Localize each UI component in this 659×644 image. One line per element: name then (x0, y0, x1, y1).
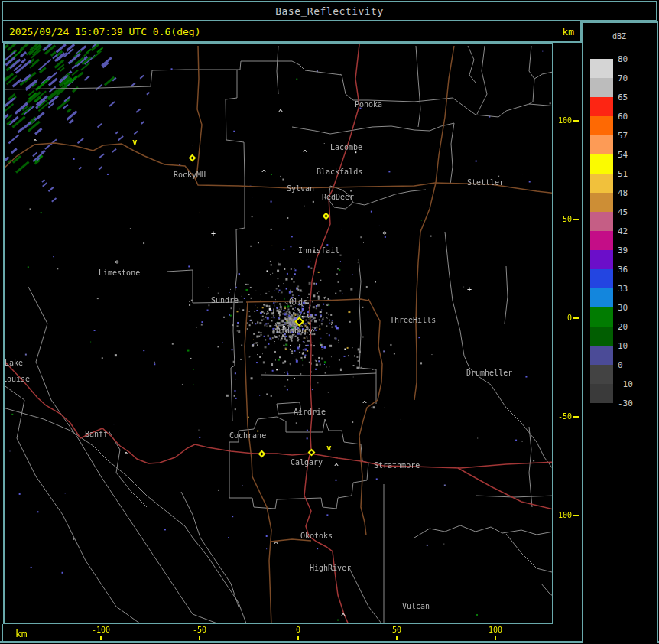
city-label-calgary: Calgary (291, 459, 323, 467)
city-label-drumheller: Drumheller (466, 369, 512, 377)
city-label-strathmore: Strathmore (374, 462, 420, 470)
city-label-threehills: ThreeHills (390, 317, 436, 324)
map-symbol-plus-icon: + (271, 308, 276, 314)
legend-swatch (590, 231, 613, 250)
bottom-axis-tick-label: 50 (392, 626, 401, 634)
right-axis-tick (573, 317, 579, 319)
right-axis-tick (573, 219, 579, 220)
scan-timestamp: 2025/09/24 15:07:39 UTC 0.6(deg) (9, 26, 200, 37)
right-axis-tick-label: -100 (553, 512, 572, 519)
right-axis-tick (573, 120, 579, 122)
window-title: Base_Reflectivity (275, 5, 384, 17)
city-label-reddeer: RedDeer (322, 194, 354, 201)
city-label-airdrie: Airdrie (294, 408, 326, 416)
title-bar: Base_Reflectivity (2, 1, 657, 21)
city-label-highriver: HighRiver (310, 564, 351, 572)
legend-swatch (590, 78, 613, 97)
city-label-lacombe: Lacombe (330, 144, 362, 151)
legend-tick-label: 51 (618, 170, 628, 178)
bottom-axis-tick-label: 0 (296, 626, 300, 634)
map-symbol-caret-icon: ^ (124, 453, 128, 459)
legend-tick-label: -10 (618, 380, 633, 389)
bottom-axis-tick (297, 636, 299, 640)
legend-swatch (590, 384, 613, 403)
legend-tick-label: 39 (618, 246, 628, 255)
radar-map-viewport[interactable]: PonokaLacombeBlackfaldsSylvanRedDeerStet… (5, 44, 552, 623)
legend-tick-label: 48 (618, 189, 628, 197)
right-axis-tick (573, 416, 579, 418)
bottom-axis-tick (396, 636, 398, 640)
legend-swatch (590, 59, 613, 78)
legend-tick-label: 57 (618, 132, 628, 140)
legend-tick-label: 0 (618, 361, 623, 369)
city-label-limestone: Limestone (99, 269, 140, 277)
city-label-innisfail: Innisfail (298, 247, 339, 255)
bottom-axis-tick (100, 636, 102, 640)
city-label-rockymh: RockyMH (174, 171, 206, 179)
right-axis-tick-label: -50 (558, 413, 572, 421)
map-symbol-caret-icon: ^ (303, 151, 307, 157)
map-symbol-caret-icon: ^ (278, 110, 283, 116)
city-label-okotoks: Okotoks (300, 532, 333, 540)
legend-title: dBZ (612, 32, 626, 41)
legend-tick-label: 80 (618, 55, 628, 63)
legend-swatch (590, 307, 613, 327)
legend-tick-label: 45 (618, 208, 628, 216)
city-label-louise: Louise (3, 376, 30, 383)
map-symbol-asterisk-icon: * (115, 261, 119, 267)
city-label-stettler: Stettler (467, 179, 504, 187)
right-axis-unit-label: km (562, 26, 574, 37)
city-label-banff: Banff (85, 431, 108, 438)
map-symbol-caret-icon: ^ (33, 140, 37, 146)
legend-swatch (590, 174, 613, 193)
radar-application: { "window": { "title": "Base_Reflectivit… (0, 0, 659, 644)
right-axis-tick-label: 0 (567, 314, 572, 322)
city-label-blackfalds: Blackfalds (317, 168, 362, 176)
legend-swatch (590, 288, 613, 307)
city-label-lake: Lake (5, 359, 23, 367)
bottom-axis-tick-label: 100 (489, 626, 502, 634)
city-label-sundre: Sundre (211, 297, 239, 304)
legend-tick-label: 54 (618, 151, 628, 159)
map-symbol-plus-icon: + (467, 287, 472, 293)
info-bar: 2025/09/24 15:07:39 UTC 0.6(deg) km (2, 21, 582, 43)
map-symbol-caret-icon: ^ (334, 464, 339, 470)
right-axis-tick (573, 515, 579, 516)
map-symbol-caret-icon: ^ (274, 542, 278, 548)
wind-arrow-icon: v (326, 445, 332, 451)
city-label-didsbury: Didsbury (276, 327, 313, 335)
legend-swatch (590, 135, 613, 154)
city-label-olds: Olds (289, 298, 307, 306)
map-symbol-caret-icon: ^ (261, 171, 266, 177)
map-symbol-caret-icon: ^ (341, 614, 346, 620)
city-label-ponoka: Ponoka (355, 101, 382, 109)
dbz-legend-panel: dBZ 807065605754514845423936333020100-10… (582, 21, 658, 643)
bottom-distance-axis: km -100-50050100 (2, 624, 582, 642)
map-symbol-asterisk-icon: * (382, 232, 387, 238)
legend-tick-label: 42 (618, 227, 628, 236)
legend-swatch (590, 365, 613, 384)
wind-arrow-icon: v (132, 139, 138, 145)
legend-swatch (590, 154, 613, 174)
legend-swatch (590, 346, 613, 365)
bottom-axis-tick-label: -100 (92, 626, 110, 634)
legend-tick-label: 33 (618, 285, 628, 293)
bottom-axis-unit-label: km (15, 628, 28, 639)
bottom-border-line (0, 641, 659, 643)
legend-tick-label: 60 (618, 112, 628, 121)
legend-tick-label: 10 (618, 342, 628, 350)
right-axis-tick-label: 100 (558, 117, 572, 125)
map-symbol-plus-icon: + (211, 231, 216, 237)
bottom-axis-tick (199, 636, 200, 640)
legend-tick-label: 70 (618, 74, 628, 83)
radar-map-frame: PonokaLacombeBlackfaldsSylvanRedDeerStet… (3, 43, 553, 624)
city-label-cochrane: Cochrane (229, 432, 266, 440)
legend-swatch (590, 269, 613, 288)
legend-tick-label: 65 (618, 93, 628, 102)
city-label-sylvan: Sylvan (287, 185, 314, 193)
map-symbol-caret-icon: ^ (362, 402, 367, 408)
legend-tick-label: 30 (618, 304, 628, 312)
legend-swatch (590, 212, 613, 231)
bottom-axis-tick (495, 636, 496, 640)
right-axis-tick-label: 50 (563, 216, 572, 223)
